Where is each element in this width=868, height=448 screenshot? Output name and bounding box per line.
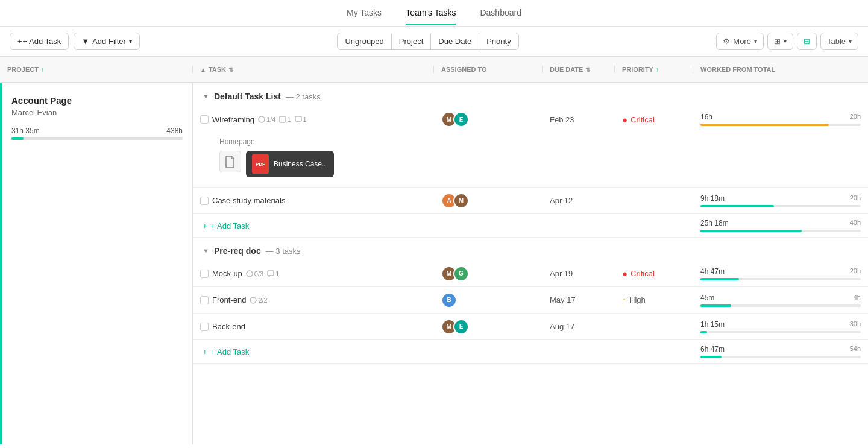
worked-cell: 45m 4h: [693, 289, 868, 312]
worked-cell: 4h 47m 20h: [693, 262, 868, 285]
col-task: ▲ TASK ⇅: [193, 66, 434, 73]
sort-icon[interactable]: ⇅: [585, 66, 590, 73]
add-task-button[interactable]: + + Add Task: [10, 33, 69, 50]
task-checkbox[interactable]: [200, 197, 209, 205]
task-checkbox[interactable]: [200, 115, 209, 124]
worked-bar-fill: [700, 331, 707, 333]
task-meta: 2/2: [250, 297, 267, 304]
plus-icon: +: [203, 221, 207, 230]
ungrouped-button[interactable]: Ungrouped: [337, 33, 391, 50]
assigned-cell: M E: [434, 314, 542, 339]
attachment-file-icon[interactable]: [219, 151, 241, 172]
worked-bar-bg: [700, 278, 861, 280]
col-due-date: DUE DATE ⇅: [542, 66, 615, 73]
task-name: Wireframing: [212, 115, 254, 124]
comment-icon: 1: [295, 116, 307, 123]
section-total-cell: 25h 18m 40h: [693, 214, 868, 237]
priority-cell: ↑ High: [615, 291, 693, 310]
nav-teams-tasks[interactable]: Team's Tasks: [406, 2, 456, 25]
worked-bar-bg: [700, 356, 861, 358]
worked-cell: 1h 15m 30h: [693, 315, 868, 338]
section-prereq: ▼ Pre-req doc — 3 tasks: [193, 238, 868, 260]
table-row: Mock-up 0/3 1 M G Apr 1: [193, 260, 868, 287]
assigned-cell: B: [434, 288, 542, 313]
high-priority-icon: ↑: [622, 295, 626, 305]
grid-icon: ⊞: [804, 37, 810, 46]
table-row: Case study materials A M Apr 12 9h 18m 2…: [193, 188, 868, 214]
col-project: PROJECT ↑: [0, 66, 193, 73]
assigned-cell: M E: [434, 107, 542, 132]
worked-bar-fill: [700, 356, 722, 358]
project-sidebar: Account Page Marcel Evian 31h 35m 438h: [0, 83, 193, 444]
due-date-cell: May 17: [542, 291, 615, 309]
sort-icon[interactable]: ↑: [656, 66, 659, 73]
attachment-label: Homepage: [219, 137, 858, 146]
avatar: B: [441, 292, 457, 308]
critical-icon: ●: [622, 268, 627, 279]
worked-cell: 16h 20h: [693, 108, 868, 131]
table-row: Back-end M E Aug 17 1h 15m 30h: [193, 314, 868, 340]
sidebar-progress-bg: [11, 137, 183, 140]
chevron-down-icon: ▾: [849, 38, 852, 45]
chevron-down-icon: ▾: [129, 38, 132, 45]
table-view-button[interactable]: Table ▾: [820, 33, 858, 50]
section-collapse-icon[interactable]: ▼: [203, 93, 209, 100]
worked-bar-bg: [700, 304, 861, 307]
section-total-cell-2: 6h 47m 54h: [693, 340, 868, 363]
due-date-cell: Apr 19: [542, 264, 615, 283]
task-name-cell: Wireframing 1/4 1 1: [193, 110, 434, 129]
subtask-icon: 0/3: [246, 270, 263, 277]
chevron-icon: ▲: [200, 66, 206, 73]
priority-cell: ● Critical: [615, 110, 693, 130]
task-checkbox[interactable]: [200, 323, 209, 331]
add-filter-button[interactable]: ▼ Add Filter ▾: [74, 33, 140, 50]
project-group-button[interactable]: Project: [391, 33, 430, 50]
add-task-button-2[interactable]: + + Add Task: [193, 340, 434, 363]
due-date-cell: Apr 12: [542, 191, 615, 210]
nav-dashboard[interactable]: Dashboard: [480, 2, 521, 25]
subtask-icon: 2/2: [250, 297, 267, 304]
columns-button[interactable]: ⊞ ▾: [767, 33, 793, 50]
worked-bar-fill: [700, 205, 774, 207]
task-checkbox[interactable]: [200, 270, 209, 278]
due-date-button[interactable]: Due Date: [430, 33, 479, 50]
section-name: Default Task List: [214, 92, 281, 101]
svg-point-5: [250, 297, 256, 303]
worked-bar-fill: [700, 304, 731, 307]
worked-time: 31h 35m: [11, 127, 40, 135]
task-name-cell: Back-end: [193, 317, 434, 336]
avatar: M: [453, 193, 469, 209]
subtask-icon: 1/4: [258, 116, 275, 123]
total-time: 438h: [166, 127, 183, 135]
chevron-down-icon: ▾: [754, 38, 757, 45]
attachment-area: Homepage PDF Business Case...: [193, 133, 868, 187]
add-task-button-1[interactable]: + + Add Task: [193, 214, 434, 237]
nav-my-tasks[interactable]: My Tasks: [347, 2, 382, 25]
task-checkbox[interactable]: [200, 296, 209, 304]
avatar: E: [453, 112, 469, 127]
task-name: Mock-up: [212, 269, 242, 278]
section-count: — 2 tasks: [286, 92, 321, 101]
task-name-cell: Front-end 2/2: [193, 291, 434, 309]
worked-bar-bg: [700, 331, 861, 333]
more-button[interactable]: ⚙ More ▾: [716, 33, 764, 50]
pdf-icon: PDF: [252, 154, 269, 174]
attachment-tooltip: PDF Business Case...: [246, 151, 334, 177]
task-name: Case study materials: [212, 196, 285, 205]
section-collapse-icon[interactable]: ▼: [203, 247, 209, 254]
doc-icon: 1: [279, 116, 291, 123]
filter-icon: ▼: [81, 37, 89, 46]
task-area: ▼ Default Task List — 2 tasks Wireframin…: [193, 83, 868, 444]
grid-view-button[interactable]: ⊞: [797, 33, 817, 50]
priority-cell: [615, 322, 693, 332]
attachment-name: Business Case...: [274, 160, 328, 168]
sort-icon[interactable]: ⇅: [228, 66, 233, 73]
table-row: Front-end 2/2 B May 17 ↑ High: [193, 287, 868, 314]
svg-point-0: [259, 116, 265, 122]
priority-button[interactable]: Priority: [479, 33, 518, 50]
project-name: Account Page: [11, 95, 183, 106]
sort-icon[interactable]: ↑: [41, 66, 44, 73]
plus-icon: +: [203, 347, 207, 356]
svg-point-3: [247, 271, 253, 277]
due-date-cell: Feb 23: [542, 110, 615, 129]
